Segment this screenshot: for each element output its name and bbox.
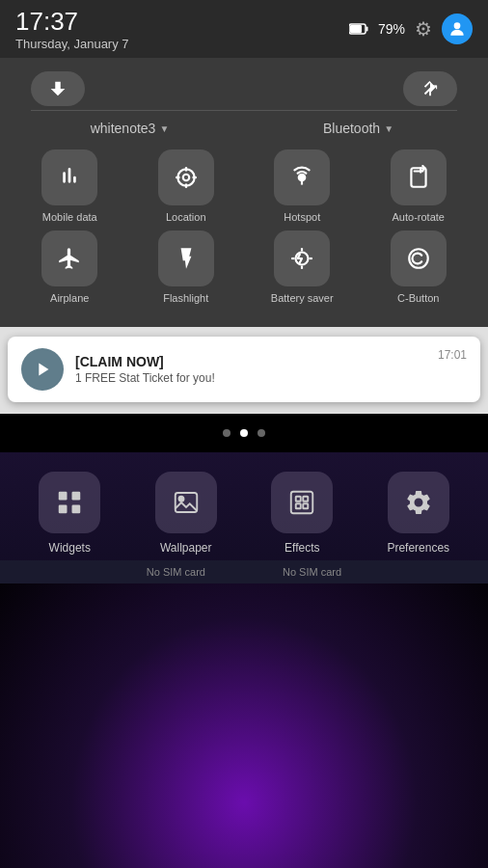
- svg-rect-30: [304, 503, 309, 508]
- status-bar: 17:37 Thursday, January 7 79% ⚙: [0, 0, 488, 58]
- home-item-wallpaper: Wallpaper: [132, 472, 241, 555]
- bt-dropdown-arrow: ▼: [384, 123, 393, 134]
- svg-point-5: [177, 169, 194, 185]
- page-dots: [0, 414, 488, 452]
- notification-title: [CLAIM NOW]: [75, 354, 426, 369]
- svg-rect-23: [72, 505, 81, 514]
- notification-panel: ↗ whitenote3 ▼ Bluetooth ▼ Mobile data: [0, 58, 488, 327]
- svg-rect-26: [291, 492, 313, 514]
- sim-status-bar: No SIM card No SIM card: [0, 560, 488, 583]
- svg-rect-22: [59, 505, 68, 514]
- svg-point-3: [454, 22, 461, 29]
- date: Thursday, January 7: [15, 37, 129, 51]
- svg-rect-27: [296, 497, 301, 502]
- notification-area: [CLAIM NOW] 1 FREE Stat Ticket for you! …: [0, 327, 488, 414]
- notification-card[interactable]: [CLAIM NOW] 1 FREE Stat Ticket for you! …: [8, 337, 480, 402]
- svg-point-6: [183, 175, 190, 181]
- time: 17:37: [15, 7, 129, 37]
- notification-time: 17:01: [438, 348, 467, 362]
- c-button-btn[interactable]: [391, 231, 447, 286]
- wifi-arrow-btn[interactable]: [31, 71, 85, 106]
- home-item-widgets: Widgets: [15, 472, 124, 555]
- svg-rect-29: [296, 503, 301, 508]
- battery-saver-label: Battery saver: [271, 292, 334, 304]
- battery-saver-button[interactable]: [274, 231, 330, 286]
- dot-3: [258, 429, 265, 437]
- mobile-data-button[interactable]: [41, 149, 97, 205]
- effects-button[interactable]: [271, 472, 333, 533]
- svg-point-25: [178, 497, 183, 502]
- quick-item-mobile-data: Mobile data: [15, 149, 124, 223]
- home-grid: Widgets Wallpaper: [15, 472, 473, 555]
- avatar[interactable]: [442, 14, 473, 44]
- airplane-button[interactable]: [41, 231, 97, 286]
- home-item-effects: Effects: [248, 472, 357, 555]
- location-button[interactable]: [158, 149, 214, 205]
- notification-icon: [21, 348, 64, 391]
- hotspot-button[interactable]: [274, 149, 330, 205]
- location-label: Location: [166, 211, 206, 223]
- preferences-button[interactable]: [388, 472, 449, 533]
- bluetooth-arrow-btn[interactable]: ↗: [403, 71, 457, 106]
- settings-icon[interactable]: ⚙: [415, 17, 432, 41]
- quick-item-airplane: Airplane: [15, 231, 124, 304]
- quick-toggles-grid: Mobile data Location: [15, 142, 473, 312]
- notification-content: [CLAIM NOW] 1 FREE Stat Ticket for you!: [75, 354, 426, 385]
- svg-rect-2: [350, 25, 362, 33]
- sim1-status: No SIM card: [147, 566, 205, 578]
- quick-item-location: Location: [132, 149, 241, 223]
- svg-rect-28: [304, 497, 309, 502]
- quick-item-hotspot: Hotspot: [248, 149, 357, 223]
- bluetooth-label: Bluetooth: [323, 121, 380, 136]
- notification-body: 1 FREE Stat Ticket for you!: [75, 371, 426, 385]
- home-item-preferences: Preferences: [365, 472, 474, 555]
- preferences-label: Preferences: [387, 541, 449, 555]
- wifi-label-item[interactable]: whitenote3 ▼: [15, 115, 244, 142]
- wifi-dropdown-arrow: ▼: [159, 123, 169, 134]
- quick-item-auto-rotate: Auto-rotate: [365, 149, 474, 223]
- quick-item-c-button: C-Button: [365, 231, 474, 304]
- wallpaper-label: Wallpaper: [160, 541, 212, 555]
- sim2-status: No SIM card: [283, 566, 341, 578]
- arrow-row: ↗: [15, 68, 473, 106]
- svg-rect-20: [59, 492, 68, 501]
- time-date: 17:37 Thursday, January 7: [15, 7, 129, 51]
- widgets-button[interactable]: [39, 472, 100, 533]
- wallpaper-button[interactable]: [155, 472, 217, 533]
- status-right: 79% ⚙: [349, 14, 473, 44]
- hotspot-label: Hotspot: [284, 211, 320, 223]
- svg-rect-24: [176, 493, 198, 512]
- flashlight-button[interactable]: [158, 231, 214, 286]
- toggle-labels: whitenote3 ▼ Bluetooth ▼: [15, 115, 473, 142]
- wifi-label: whitenote3: [91, 121, 156, 136]
- bluetooth-label-item[interactable]: Bluetooth ▼: [244, 115, 473, 142]
- quick-item-flashlight: Flashlight: [132, 231, 241, 304]
- svg-rect-1: [366, 27, 367, 32]
- airplane-label: Airplane: [50, 292, 89, 304]
- svg-text:↗: ↗: [428, 81, 439, 95]
- mobile-data-label: Mobile data: [42, 211, 97, 223]
- flashlight-label: Flashlight: [163, 292, 208, 304]
- svg-rect-21: [72, 492, 81, 501]
- auto-rotate-label: Auto-rotate: [393, 211, 445, 223]
- battery-icon: [349, 23, 368, 35]
- quick-item-battery-saver: Battery saver: [248, 231, 357, 304]
- dot-1: [223, 429, 230, 437]
- dot-2: [240, 429, 248, 437]
- svg-point-11: [299, 175, 306, 181]
- auto-rotate-button[interactable]: [391, 149, 447, 205]
- effects-label: Effects: [285, 541, 319, 555]
- battery-percent: 79%: [378, 21, 405, 37]
- c-button-label: C-Button: [397, 292, 439, 304]
- widgets-label: Widgets: [49, 541, 91, 555]
